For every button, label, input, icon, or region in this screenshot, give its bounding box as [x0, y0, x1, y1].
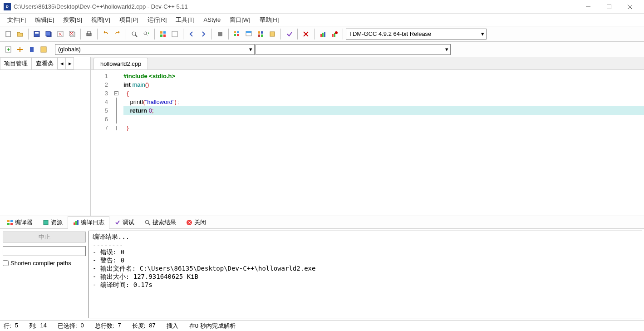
forward-icon[interactable]: [198, 29, 209, 40]
open-file-icon[interactable]: [15, 29, 25, 40]
log-filter-input[interactable]: [3, 246, 86, 256]
profile-icon[interactable]: [317, 29, 328, 40]
new-class-icon[interactable]: +: [3, 44, 14, 55]
close-all-icon[interactable]: [67, 29, 78, 40]
goto-icon[interactable]: [38, 44, 49, 55]
svg-rect-49: [30, 47, 34, 52]
maximize-button[interactable]: [599, 0, 619, 14]
compiler-selector-label: TDM-GCC 4.9.2 64-bit Release: [349, 30, 431, 37]
tab-resources[interactable]: 资源: [38, 216, 68, 229]
menu-search[interactable]: 搜索[S]: [59, 14, 87, 26]
svg-line-21: [146, 34, 147, 35]
run-icon[interactable]: [169, 29, 180, 40]
svg-rect-26: [172, 31, 177, 37]
tab-close[interactable]: 关闭: [181, 216, 211, 229]
svg-rect-36: [258, 35, 260, 37]
close-button[interactable]: [619, 0, 640, 14]
status-length: 长度: 87: [132, 322, 156, 330]
svg-rect-4: [6, 31, 10, 37]
find-icon[interactable]: [129, 29, 140, 40]
svg-rect-34: [258, 31, 260, 34]
window-title: C:\Users\86135\Desktop\Dev-C++\hollowarl…: [14, 3, 578, 10]
tab-debug[interactable]: 调试: [109, 216, 139, 229]
replace-icon[interactable]: [141, 29, 152, 40]
run2-icon[interactable]: [243, 29, 254, 40]
delete-profile-icon[interactable]: [329, 29, 340, 40]
compile-icon[interactable]: [157, 29, 168, 40]
redo-icon[interactable]: [112, 29, 123, 40]
compile-log-output[interactable]: 编译结果... -------- - 错误: 0 - 警告: 0 - 输出文件名…: [88, 231, 642, 318]
editor-tab-active[interactable]: hollowarld2.cpp: [93, 58, 148, 69]
menu-astyle[interactable]: AStyle: [199, 15, 226, 25]
svg-rect-54: [10, 223, 13, 225]
print-icon[interactable]: [84, 29, 94, 40]
debug-icon[interactable]: [284, 29, 295, 40]
back-icon[interactable]: [186, 29, 197, 40]
svg-rect-30: [234, 34, 236, 36]
status-total-lines: 总行数: 7: [95, 322, 121, 330]
menu-edit[interactable]: 编辑[E]: [30, 14, 59, 26]
shorten-paths-checkbox[interactable]: Shorten compiler paths: [3, 260, 86, 267]
close-icon: [186, 219, 192, 226]
menu-tools[interactable]: 工具[T]: [171, 14, 199, 26]
svg-rect-57: [75, 221, 77, 225]
search-icon: [144, 219, 151, 226]
code-editor[interactable]: 1234567 − #include <stdio.h>int main() {…: [91, 70, 644, 216]
svg-rect-53: [7, 223, 10, 225]
save-icon[interactable]: [31, 29, 42, 40]
compile-run-icon[interactable]: [231, 29, 242, 40]
svg-rect-33: [246, 31, 251, 33]
save-all-icon[interactable]: [43, 29, 54, 40]
globals-selector[interactable]: (globals) ▾: [55, 44, 255, 55]
svg-rect-42: [322, 33, 324, 37]
svg-rect-56: [74, 222, 75, 225]
tab-classes[interactable]: 查看类: [32, 57, 58, 69]
functions-selector[interactable]: ▾: [256, 44, 451, 55]
tab-scroll-right[interactable]: ▸: [66, 57, 74, 69]
code-content[interactable]: #include <stdio.h>int main() { printf("h…: [120, 70, 644, 216]
menu-view[interactable]: 视图[V]: [87, 14, 115, 26]
stop-icon[interactable]: [300, 29, 311, 40]
bookmark-icon[interactable]: [26, 44, 37, 55]
svg-text:+: +: [7, 46, 10, 53]
shorten-paths-input[interactable]: [3, 260, 9, 266]
tab-compiler[interactable]: 编译器: [2, 216, 38, 229]
menu-run[interactable]: 运行[R]: [143, 14, 172, 26]
abort-button[interactable]: 中止: [3, 232, 86, 242]
tab-debug-label: 调试: [123, 218, 134, 227]
menu-window[interactable]: 窗口[W]: [225, 14, 255, 26]
menubar: 文件[F] 编辑[E] 搜索[S] 视图[V] 项目[P] 运行[R] 工具[T…: [0, 14, 644, 26]
breakpoint-icon[interactable]: [215, 29, 226, 40]
svg-rect-50: [41, 47, 46, 52]
tab-compiler-label: 编译器: [15, 218, 33, 227]
line-gutter: 1234567: [91, 70, 113, 216]
grid-icon: [7, 219, 13, 226]
check-icon: [114, 219, 121, 226]
menu-file[interactable]: 文件[F]: [3, 14, 30, 26]
svg-rect-8: [46, 31, 50, 36]
compiler-selector[interactable]: TDM-GCC 4.9.2 64-bit Release ▾: [346, 29, 487, 40]
svg-rect-1: [607, 5, 611, 9]
rebuild-all-icon[interactable]: [267, 29, 278, 40]
close-file-icon[interactable]: [55, 29, 66, 40]
tab-scroll-left[interactable]: ◂: [58, 57, 66, 69]
menu-project[interactable]: 项目[P]: [115, 14, 143, 26]
globals-selector-label: (globals): [58, 46, 81, 53]
status-selected: 已选择: 0: [58, 322, 84, 330]
bottom-content: 中止 Shorten compiler paths 编译结果... ------…: [0, 229, 644, 320]
sidebar-tabs: 项目管理 查看类 ◂ ▸: [0, 57, 90, 70]
svg-rect-25: [163, 35, 166, 37]
tab-project[interactable]: 项目管理: [0, 57, 32, 69]
tab-compile-log[interactable]: 编译日志: [68, 216, 109, 229]
rebuild-icon[interactable]: [255, 29, 266, 40]
fold-column[interactable]: −: [113, 70, 120, 216]
chart-icon: [73, 219, 79, 226]
new-file-icon[interactable]: [3, 29, 14, 40]
tab-close-label: 关闭: [194, 218, 206, 227]
svg-rect-41: [320, 34, 322, 37]
undo-icon[interactable]: [100, 29, 111, 40]
minimize-button[interactable]: [578, 0, 599, 14]
menu-help[interactable]: 帮助[H]: [255, 14, 284, 26]
tab-search-results[interactable]: 搜索结果: [139, 216, 181, 229]
insert-icon[interactable]: [15, 44, 25, 55]
